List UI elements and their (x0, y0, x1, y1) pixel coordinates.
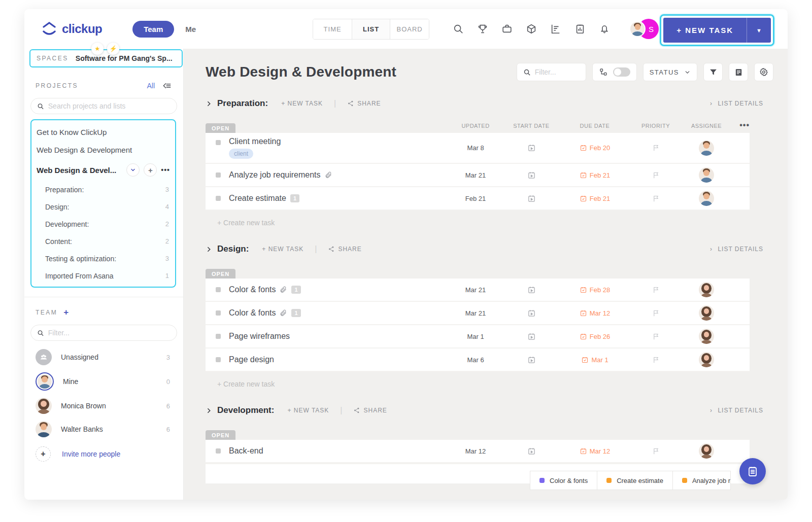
task-row-back-end[interactable]: Back-end Mar 12 Mar 12 (206, 440, 750, 463)
sidebar-list-design[interactable]: Design:4 (31, 198, 175, 216)
list-details-link[interactable]: › LIST DETAILS (710, 100, 763, 107)
tray-item-analyze-job[interactable]: Analyze job requ (673, 471, 731, 490)
projects-all-link[interactable]: All (147, 82, 155, 90)
due-date[interactable]: Feb 20 (562, 144, 628, 152)
filter-input[interactable] (535, 68, 580, 76)
projects-search[interactable] (30, 98, 177, 114)
task-name[interactable]: Page wireframes (229, 332, 290, 341)
status-badge[interactable]: OPEN (206, 269, 235, 279)
subtask-toggle[interactable] (592, 63, 637, 81)
section-new-task-button[interactable]: + NEW TASK (281, 100, 323, 107)
new-task-dropdown-button[interactable]: ▼ (747, 18, 771, 43)
tray-item-create-estimate[interactable]: Create estimate (597, 471, 673, 490)
column-assignee[interactable]: ASSIGNEE (684, 123, 729, 133)
report-chart-icon[interactable] (550, 23, 561, 34)
task-status-icon[interactable] (216, 310, 221, 316)
chevron-right-icon[interactable] (206, 407, 212, 414)
columns-menu-icon[interactable]: ••• (729, 121, 750, 133)
sidebar-list-testing[interactable]: Testing & optimization:3 (31, 250, 175, 267)
task-status-icon[interactable] (216, 334, 221, 339)
task-name[interactable]: Client meeting (229, 137, 281, 146)
due-date[interactable]: Feb 26 (562, 333, 628, 340)
lightning-badge[interactable]: ⚡ (107, 43, 119, 55)
task-row-page-wireframes[interactable]: Page wireframes Mar 1 Feb 26 (206, 325, 750, 349)
start-date-icon[interactable] (501, 194, 562, 203)
clipboard-stats-icon[interactable] (574, 23, 586, 34)
priority-flag-icon[interactable] (628, 286, 684, 294)
member-walter-banks[interactable]: Walter Banks 6 (24, 418, 183, 440)
sidebar-list-preparation[interactable]: Preparation:3 (31, 181, 175, 198)
notepad-fab-button[interactable] (739, 458, 766, 484)
column-due-date[interactable]: DUE DATE (562, 123, 628, 133)
section-title[interactable]: Design: (217, 244, 249, 254)
status-dropdown[interactable]: STATUS (643, 63, 697, 81)
me-toggle-button[interactable]: Me (185, 25, 196, 33)
collapse-sidebar-icon[interactable] (162, 81, 172, 91)
section-new-task-button[interactable]: + NEW TASK (262, 246, 303, 253)
user-avatar-cluster[interactable]: S (629, 19, 659, 39)
list-details-link[interactable]: › LIST DETAILS (710, 246, 763, 253)
section-title[interactable]: Development: (217, 405, 274, 415)
task-status-icon[interactable] (216, 448, 221, 454)
column-start-date[interactable]: START DATE (501, 123, 562, 133)
tab-list[interactable]: LIST (352, 19, 390, 39)
due-date[interactable]: Mar 12 (562, 447, 628, 455)
bell-icon[interactable] (599, 23, 610, 34)
task-name[interactable]: Color & fonts (229, 285, 276, 294)
task-status-icon[interactable] (216, 140, 221, 145)
filter-search[interactable] (517, 63, 586, 81)
sidebar-list-imported[interactable]: Imported From Asana1 (31, 267, 175, 285)
priority-flag-icon[interactable] (628, 309, 684, 317)
spaces-selector[interactable]: SPACES Software for PM Gang's Sp... (29, 49, 183, 67)
task-status-icon[interactable] (216, 287, 221, 292)
tab-board[interactable]: BOARD (390, 19, 429, 39)
team-filter[interactable] (30, 325, 177, 341)
new-task-button[interactable]: + NEW TASK (663, 18, 747, 43)
priority-flag-icon[interactable] (628, 333, 684, 340)
chevron-down-icon[interactable] (126, 163, 140, 177)
task-name[interactable]: Analyze job requirements (229, 170, 321, 180)
assignee-avatar[interactable] (699, 167, 714, 183)
due-date[interactable]: Feb 28 (562, 286, 628, 294)
member-unassigned[interactable]: Unassigned 3 (24, 346, 183, 368)
chevron-right-icon[interactable] (206, 246, 212, 253)
assignee-avatar[interactable] (699, 191, 714, 206)
favorite-star-badge[interactable]: ★ (91, 43, 104, 55)
team-filter-input[interactable] (48, 329, 171, 337)
tray-item-color-fonts[interactable]: Color & fonts (530, 471, 597, 490)
priority-flag-icon[interactable] (628, 356, 684, 364)
trophy-icon[interactable] (477, 23, 488, 34)
member-mine[interactable]: Mine 0 (24, 369, 183, 394)
briefcase-icon[interactable] (501, 23, 513, 34)
status-badge[interactable]: OPEN (206, 430, 235, 440)
project-menu-icon[interactable]: ••• (161, 166, 170, 174)
assignee-avatar[interactable] (699, 443, 714, 459)
task-status-icon[interactable] (216, 172, 221, 178)
sidebar-item-web-design-active[interactable]: Web Design & Devel... + ••• (31, 159, 175, 181)
add-list-button[interactable]: + (144, 163, 157, 177)
assignee-avatar[interactable] (699, 329, 714, 344)
task-row-analyze-job[interactable]: Analyze job requirements Mar 21 Feb 21 (206, 164, 750, 187)
team-toggle-button[interactable]: Team (132, 21, 174, 38)
column-priority[interactable]: PRIORITY (628, 123, 684, 133)
start-date-icon[interactable] (501, 332, 562, 341)
search-icon[interactable] (453, 23, 464, 34)
start-date-icon[interactable] (501, 309, 562, 318)
task-row-color-fonts-1[interactable]: Color & fonts 1 Mar 21 Feb 28 (206, 279, 750, 302)
cube-icon[interactable] (526, 23, 537, 34)
section-new-task-button[interactable]: + NEW TASK (287, 407, 329, 414)
start-date-icon[interactable] (501, 356, 562, 364)
chevron-right-icon[interactable] (206, 100, 212, 107)
invite-more-people[interactable]: + Invite more people (24, 440, 183, 468)
docs-button[interactable] (729, 63, 748, 81)
start-date-icon[interactable] (501, 144, 562, 152)
section-share-button[interactable]: SHARE (353, 407, 387, 414)
start-date-icon[interactable] (501, 171, 562, 180)
task-status-icon[interactable] (216, 357, 221, 362)
assignee-avatar[interactable] (699, 352, 714, 367)
assignee-avatar[interactable] (699, 305, 714, 321)
due-date[interactable]: Feb 21 (562, 195, 628, 202)
task-name[interactable]: Back-end (229, 446, 263, 456)
member-monica-brown[interactable]: Monica Brown 6 (24, 395, 183, 417)
toggle-switch[interactable] (613, 67, 630, 77)
